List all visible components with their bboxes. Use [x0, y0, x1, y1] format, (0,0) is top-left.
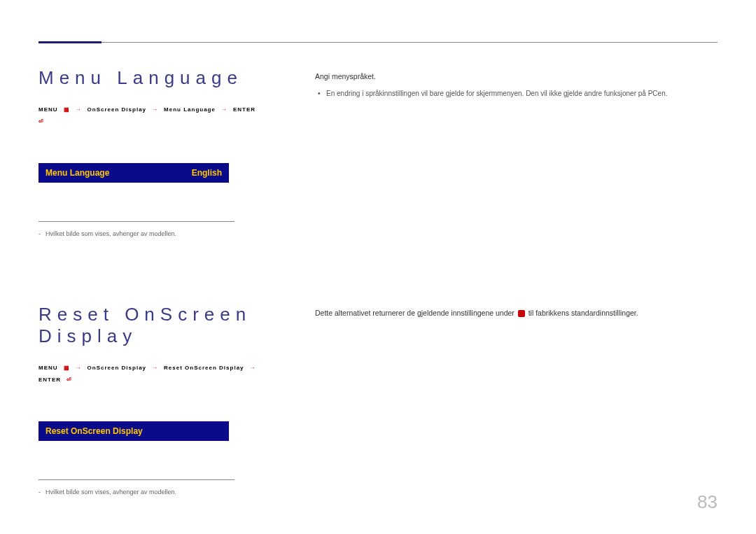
breadcrumb-reset: MENU ▦ → OnScreen Display → Reset OnScre…: [38, 365, 262, 383]
thin-divider-2: [38, 479, 234, 480]
arrow-icon: →: [250, 365, 256, 371]
section-title-menu-language: Menu Language: [38, 67, 262, 89]
enter-icon: ⏎: [38, 118, 44, 125]
description-reset: Dette alternativet returnerer de gjelden…: [315, 307, 718, 319]
arrow-icon: →: [152, 106, 158, 113]
menu-icon: ▦: [64, 365, 70, 371]
breadcrumb-menu-language: MENU ▦ → OnScreen Display → Menu Languag…: [38, 106, 262, 125]
section-reset-onscreen: Reset OnScreen Display MENU ▦ → OnScreen…: [38, 304, 718, 496]
top-divider: [38, 42, 718, 43]
menu-preview-box-2: Reset OnScreen Display: [38, 421, 229, 441]
desc-pre: Dette alternativet returnerer de gjelden…: [315, 309, 517, 317]
section-menu-language: Menu Language MENU ▦ → OnScreen Display …: [38, 67, 718, 237]
menu-row-label: Menu Language: [46, 168, 109, 178]
breadcrumb-leaf: Reset OnScreen Display: [164, 365, 244, 371]
arrow-icon: →: [76, 106, 82, 113]
breadcrumb-onscreen: OnScreen Display: [88, 106, 146, 113]
left-column-1: Menu Language MENU ▦ → OnScreen Display …: [38, 67, 262, 237]
menu-row-label: Reset OnScreen Display: [46, 426, 143, 436]
desc-post: til fabrikkens standardinnstillinger.: [526, 309, 638, 317]
arrow-icon: →: [76, 365, 82, 371]
menu-row-value: English: [192, 168, 222, 178]
arrow-icon: →: [152, 365, 158, 371]
left-column-2: Reset OnScreen Display MENU ▦ → OnScreen…: [38, 304, 262, 496]
section-title-reset: Reset OnScreen Display: [38, 304, 262, 347]
breadcrumb-menu: MENU: [38, 106, 58, 113]
menu-icon: ▦: [64, 106, 70, 113]
breadcrumb-onscreen: OnScreen Display: [88, 365, 146, 371]
right-column-1: Angi menyspråket. En endring i språkinns…: [315, 67, 718, 237]
breadcrumb-leaf: Menu Language: [164, 106, 216, 113]
bullet-language-note: En endring i språkinnstillingen vil bare…: [326, 88, 718, 99]
thin-divider-1: [38, 221, 234, 222]
right-column-2: Dette alternativet returnerer de gjelden…: [315, 304, 718, 496]
onscreen-display-icon: [518, 310, 525, 317]
menu-row-reset[interactable]: Reset OnScreen Display: [38, 421, 229, 441]
footnote-1: Hvilket bilde som vises, avhenger av mod…: [38, 230, 262, 237]
description-menu-language: Angi menyspråket.: [315, 71, 718, 83]
footnote-2: Hvilket bilde som vises, avhenger av mod…: [38, 489, 262, 496]
page-number: 83: [697, 491, 718, 513]
arrow-icon: →: [221, 106, 227, 113]
menu-row-language[interactable]: Menu Language English: [38, 163, 229, 183]
enter-icon: ⏎: [66, 377, 72, 383]
breadcrumb-menu: MENU: [38, 365, 58, 371]
menu-preview-box-1: Menu Language English: [38, 163, 229, 183]
breadcrumb-enter: ENTER: [233, 106, 255, 113]
breadcrumb-enter: ENTER: [38, 377, 61, 383]
bullet-list-1: En endring i språkinnstillingen vil bare…: [315, 88, 718, 99]
